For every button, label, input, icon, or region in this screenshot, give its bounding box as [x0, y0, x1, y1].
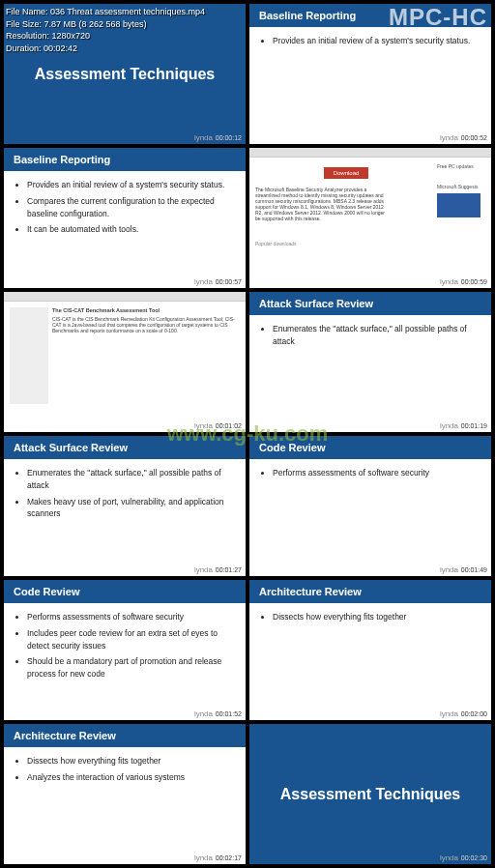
- lynda-watermark: lynda: [440, 133, 458, 142]
- browser-sidebar: Free PC updates Microsoft Suggests: [437, 163, 485, 217]
- lynda-watermark: lynda: [440, 277, 458, 286]
- timestamp: 00:00:59: [461, 278, 487, 285]
- lynda-watermark: lynda: [194, 277, 213, 286]
- bullet: Enumerates the "attack surface," all pos…: [27, 467, 236, 492]
- lynda-watermark: lynda: [194, 565, 213, 574]
- browser-screenshot: Free PC updates Microsoft Suggests Downl…: [249, 148, 491, 288]
- slide-header: Code Review: [249, 436, 491, 459]
- timestamp: 00:02:30: [461, 854, 487, 861]
- browser-content: The CIS-CAT Benchmark Assessment Tool CI…: [4, 302, 246, 432]
- timestamp: 00:01:52: [216, 710, 242, 717]
- thumbnail-cell[interactable]: Code Review Performs assessments of soft…: [4, 580, 246, 720]
- thumbnail-cell[interactable]: Architecture Review Dissects how everyth…: [249, 580, 491, 720]
- bullet: Performs assessments of software securit…: [27, 611, 236, 623]
- file-info-overlay: File Name: 036 Threat assessment techniq…: [6, 6, 205, 54]
- file-duration: Duration: 00:02:42: [6, 43, 205, 55]
- timestamp: 00:02:00: [461, 710, 487, 717]
- thumbnail-grid: Assessment Techniques 00:00:12 lynda Bas…: [0, 0, 495, 868]
- bullet: Enumerates the "attack surface," all pos…: [273, 323, 481, 348]
- slide-body: Performs assessments of software securit…: [249, 459, 491, 491]
- slide-body: Dissects how everything fits together: [249, 603, 491, 635]
- lynda-watermark: lynda: [440, 854, 458, 862]
- lynda-watermark: lynda: [440, 709, 458, 718]
- file-size: File Size: 7.87 MB (8 262 568 bytes): [6, 18, 205, 31]
- thumbnail-cell[interactable]: Architecture Review Dissects how everyth…: [4, 724, 246, 864]
- timestamp: 00:00:57: [216, 278, 242, 285]
- bullet: It can be automated with tools.: [27, 223, 236, 236]
- timestamp: 00:00:12: [216, 134, 242, 141]
- slide-body: Performs assessments of software securit…: [4, 603, 246, 692]
- download-button: Download: [324, 167, 369, 179]
- slide-header: Code Review: [4, 580, 246, 603]
- bullet: Makes heavy use of port, vulnerability, …: [27, 496, 236, 521]
- lynda-watermark: lynda: [440, 565, 458, 574]
- slide-title: Assessment Techniques: [273, 778, 468, 811]
- thumbnail-cell[interactable]: Attack Surface Review Enumerates the "at…: [249, 292, 491, 432]
- browser-toolbar: [249, 148, 491, 158]
- promo-box: [437, 193, 480, 217]
- thumbnail-cell[interactable]: Free PC updates Microsoft Suggests Downl…: [249, 148, 491, 288]
- lynda-watermark: lynda: [194, 709, 213, 718]
- slide-title: Assessment Techniques: [27, 58, 222, 91]
- timestamp: 00:01:49: [461, 566, 487, 573]
- slide-header: Architecture Review: [249, 580, 491, 603]
- thumbnail-cell[interactable]: The CIS-CAT Benchmark Assessment Tool CI…: [4, 292, 246, 432]
- timestamp: 00:01:27: [216, 566, 242, 573]
- timestamp: 00:01:19: [461, 422, 487, 429]
- slide-header: Baseline Reporting: [4, 148, 246, 171]
- bullet: Includes peer code review for an extra s…: [27, 627, 236, 652]
- bullet: Dissects how everything fits together: [273, 611, 481, 623]
- browser-sidebar: [10, 307, 48, 404]
- slide-body: Enumerates the "attack surface," all pos…: [4, 459, 246, 532]
- slide-header: Attack Surface Review: [249, 292, 491, 315]
- bullet: Analyzes the interaction of various syst…: [27, 771, 236, 784]
- slide-body: Dissects how everything fits together An…: [4, 747, 246, 796]
- bullet: Compares the current configuration to th…: [27, 195, 236, 220]
- timestamp: 00:02:17: [216, 854, 242, 861]
- bullet: Performs assessments of software securit…: [273, 467, 481, 479]
- slide-body: Provides an initial review of a system's…: [4, 171, 246, 247]
- file-resolution: Resolution: 1280x720: [6, 30, 205, 43]
- bullet: Should be a mandatory part of promotion …: [27, 655, 236, 680]
- bullet: Provides an initial review of a system's…: [273, 35, 481, 47]
- browser-toolbar: [4, 292, 246, 302]
- lynda-watermark: lynda: [440, 421, 458, 430]
- bullet: Dissects how everything fits together: [27, 755, 236, 767]
- timestamp: 00:00:52: [461, 134, 487, 141]
- file-name: File Name: 036 Threat assessment techniq…: [6, 6, 205, 18]
- lynda-watermark: lynda: [194, 421, 213, 430]
- slide-header: Architecture Review: [4, 724, 246, 747]
- slide-body: Enumerates the "attack surface," all pos…: [249, 315, 491, 360]
- sidebar-label: Free PC updates: [437, 163, 485, 169]
- browser-content: Free PC updates Microsoft Suggests Downl…: [249, 158, 491, 288]
- lynda-watermark: lynda: [194, 133, 213, 142]
- app-title: MPC-HC: [389, 4, 487, 31]
- thumbnail-cell[interactable]: Attack Surface Review Enumerates the "at…: [4, 436, 246, 576]
- sidebar-label: Microsoft Suggests: [437, 184, 485, 189]
- thumbnail-cell[interactable]: Baseline Reporting Provides an initial r…: [4, 148, 246, 288]
- slide-body: Provides an initial review of a system's…: [249, 27, 491, 59]
- lynda-watermark: lynda: [194, 854, 213, 862]
- slide-header: Attack Surface Review: [4, 436, 246, 459]
- popular-downloads: Popular downloads: [255, 241, 485, 246]
- thumbnail-cell[interactable]: Code Review Performs assessments of soft…: [249, 436, 491, 576]
- browser-screenshot: The CIS-CAT Benchmark Assessment Tool CI…: [4, 292, 246, 432]
- thumbnail-cell[interactable]: Assessment Techniques lynda 00:02:30: [249, 724, 491, 864]
- description-text: The Microsoft Baseline Security Analyzer…: [255, 187, 391, 221]
- bullet: Provides an initial review of a system's…: [27, 179, 236, 191]
- timestamp: 00:01:02: [216, 422, 242, 429]
